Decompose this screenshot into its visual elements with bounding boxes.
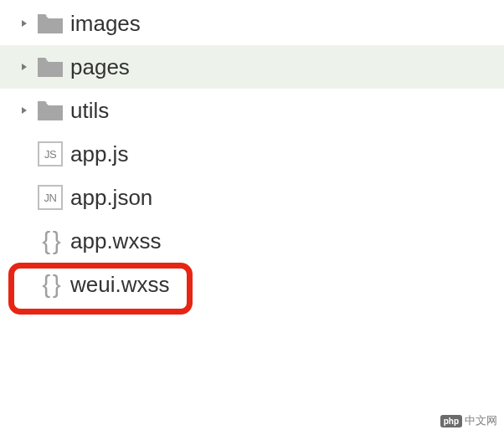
tree-item-app-json[interactable]: JN app.json <box>0 176 504 219</box>
tree-item-app-wxss[interactable]: { } app.wxss <box>0 219 504 263</box>
tree-item-label: app.js <box>70 141 128 167</box>
watermark: php 中文网 <box>440 413 497 428</box>
tree-item-label: weui.wxss <box>70 272 169 298</box>
tree-item-app-js[interactable]: JS app.js <box>0 132 504 176</box>
file-tree: images pages utils JS app.js JN app.json <box>0 0 504 306</box>
watermark-badge: php <box>440 415 462 427</box>
wxss-file-icon: { } <box>37 272 64 297</box>
tree-item-label: app.wxss <box>70 228 161 254</box>
folder-icon <box>37 54 64 79</box>
wxss-file-icon: { } <box>37 228 64 253</box>
tree-item-label: images <box>70 11 141 37</box>
tree-item-utils[interactable]: utils <box>0 89 504 132</box>
tree-item-weui-wxss[interactable]: { } weui.wxss <box>0 263 504 306</box>
caret-icon <box>18 63 30 71</box>
tree-item-images[interactable]: images <box>0 2 504 45</box>
json-file-icon: JN <box>37 185 64 210</box>
tree-item-pages[interactable]: pages <box>0 45 504 89</box>
tree-item-label: utils <box>70 98 109 124</box>
folder-icon <box>37 98 64 123</box>
caret-icon <box>18 106 30 115</box>
js-file-icon: JS <box>37 141 64 166</box>
tree-item-label: app.json <box>70 185 152 211</box>
folder-icon <box>37 11 64 36</box>
watermark-text: 中文网 <box>465 413 497 428</box>
tree-item-label: pages <box>70 54 130 80</box>
caret-icon <box>18 19 30 28</box>
